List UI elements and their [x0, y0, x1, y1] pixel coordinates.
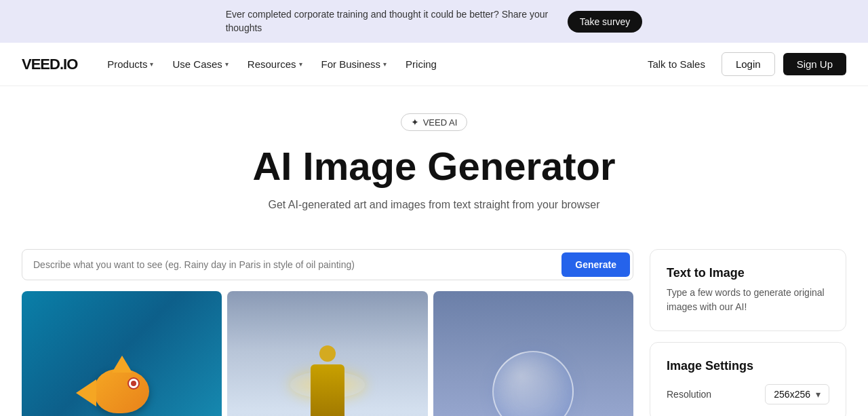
nav-label-resources: Resources [248, 58, 296, 70]
fish-graphic [95, 369, 149, 413]
warrior-head [319, 345, 336, 362]
text-to-image-description: Type a few words to generate original im… [667, 286, 829, 314]
announcement-banner: Ever completed corporate training and th… [0, 0, 868, 43]
image-settings-title: Image Settings [667, 359, 829, 373]
generated-image-warrior [227, 291, 427, 416]
fish-fin-top [112, 356, 132, 373]
generate-button[interactable]: Generate [561, 252, 630, 277]
talk-to-sales-link[interactable]: Talk to Sales [639, 53, 713, 75]
generated-image-fish [22, 291, 222, 416]
fish-eye [127, 377, 140, 390]
hero-badge: ✦ VEED AI [401, 113, 468, 131]
signup-button[interactable]: Sign Up [783, 53, 846, 75]
prompt-search-bar: Generate [22, 249, 633, 280]
text-to-image-card: Text to Image Type a few words to genera… [650, 249, 846, 331]
resolution-dropdown[interactable]: 256x256 ▾ [765, 384, 829, 404]
prompt-input[interactable] [33, 259, 561, 270]
left-panel: Generate [22, 249, 633, 416]
nav-item-resources[interactable]: Resources ▾ [239, 53, 311, 75]
generated-image-bubble-house [433, 291, 633, 416]
nav-label-pricing: Pricing [406, 58, 437, 70]
logo[interactable]: VEED.IO [22, 56, 77, 73]
chevron-down-icon: ▾ [299, 60, 302, 68]
fish-fin-left [76, 379, 96, 406]
nav-label-use-cases: Use Cases [172, 58, 222, 70]
warrior-body [311, 364, 344, 416]
right-panel: Text to Image Type a few words to genera… [650, 249, 846, 416]
chevron-down-icon: ▾ [816, 389, 821, 400]
take-survey-button[interactable]: Take survey [568, 11, 643, 33]
image-settings-card: Image Settings Resolution 256x256 ▾ [650, 342, 846, 416]
page-title: AI Image Generator [16, 145, 852, 188]
nav-item-for-business[interactable]: For Business ▾ [313, 53, 395, 75]
resolution-label: Resolution [667, 389, 711, 400]
nav-label-products: Products [107, 58, 147, 70]
resolution-row: Resolution 256x256 ▾ [667, 384, 829, 404]
chevron-down-icon: ▾ [383, 60, 387, 68]
text-to-image-title: Text to Image [667, 266, 829, 280]
hero-section: ✦ VEED AI AI Image Generator Get AI-gene… [0, 86, 868, 249]
nav-label-for-business: For Business [321, 58, 381, 70]
chevron-down-icon: ▾ [150, 60, 153, 68]
nav-links: Products ▾ Use Cases ▾ Resources ▾ For B… [99, 53, 634, 75]
resolution-value: 256x256 [774, 389, 810, 400]
nav-item-use-cases[interactable]: Use Cases ▾ [164, 53, 236, 75]
hero-subtitle: Get AI-generated art and images from tex… [16, 199, 852, 211]
bubble-sphere [492, 351, 574, 416]
login-button[interactable]: Login [722, 52, 775, 76]
banner-text: Ever completed corporate training and th… [226, 8, 551, 35]
image-grid [22, 291, 633, 416]
nav-right: Talk to Sales Login Sign Up [639, 52, 846, 76]
hero-badge-label: VEED AI [423, 117, 458, 128]
chevron-down-icon: ▾ [225, 60, 229, 68]
nav-item-pricing[interactable]: Pricing [397, 53, 445, 75]
navigation: VEED.IO Products ▾ Use Cases ▾ Resources… [0, 43, 868, 86]
bubble-building [506, 371, 560, 412]
nav-item-products[interactable]: Products ▾ [99, 53, 161, 75]
sparkle-icon: ✦ [411, 117, 419, 128]
main-content: Generate [0, 249, 868, 416]
